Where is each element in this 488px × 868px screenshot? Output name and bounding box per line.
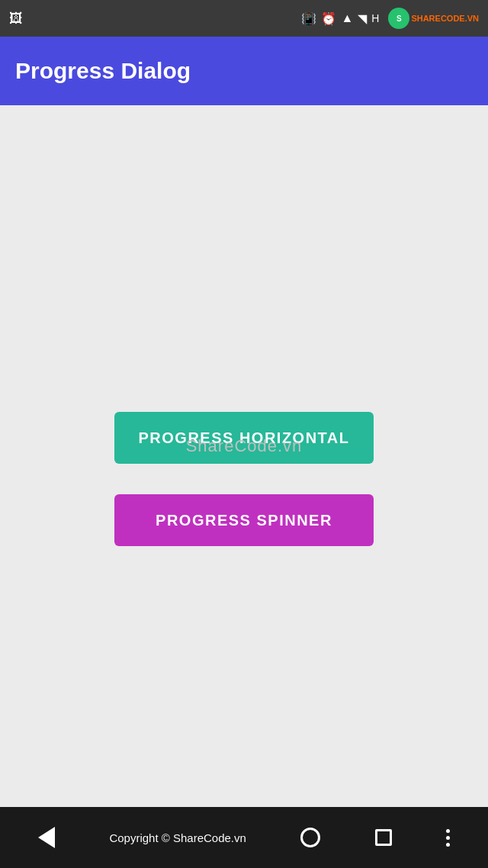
status-bar: 🖼 📳 ⏰ ▲ ◥ H S SHARECODE.VN: [0, 0, 488, 37]
recent-button[interactable]: [375, 829, 392, 846]
alarm-icon: ⏰: [321, 11, 336, 26]
back-button[interactable]: [38, 827, 55, 848]
toolbar: Progress Dialog: [0, 37, 488, 105]
copyright-area: Copyright © ShareCode.vn: [109, 831, 246, 844]
watermark: ShareCode.vn: [186, 436, 303, 456]
logo-circle: S: [388, 8, 409, 29]
vibrate-icon: 📳: [301, 11, 316, 26]
main-content: ShareCode.vn PROGRESS HORIZONTAL PROGRES…: [0, 105, 488, 807]
recent-icon: [375, 829, 392, 846]
copyright-text: Copyright © ShareCode.vn: [109, 831, 246, 844]
signal-icon: ◥: [358, 11, 367, 26]
home-icon: [300, 828, 320, 847]
logo-text: SHARECODE.VN: [411, 14, 479, 23]
wifi-icon: ▲: [341, 11, 353, 25]
status-bar-left: 🖼: [9, 11, 23, 27]
battery-label: H: [371, 12, 379, 24]
more-button[interactable]: [446, 829, 450, 847]
progress-spinner-button[interactable]: PROGRESS SPINNER: [114, 494, 374, 546]
more-icon: [446, 829, 450, 847]
buttons-container: PROGRESS HORIZONTAL PROGRESS SPINNER: [114, 412, 374, 546]
image-icon: 🖼: [9, 11, 23, 27]
home-button[interactable]: [300, 828, 320, 847]
app-title: Progress Dialog: [15, 58, 191, 84]
status-bar-right: 📳 ⏰ ▲ ◥ H S SHARECODE.VN: [301, 8, 479, 29]
logo-area: S SHARECODE.VN: [388, 8, 479, 29]
back-icon: [38, 827, 55, 848]
nav-bar: Copyright © ShareCode.vn: [0, 807, 488, 868]
